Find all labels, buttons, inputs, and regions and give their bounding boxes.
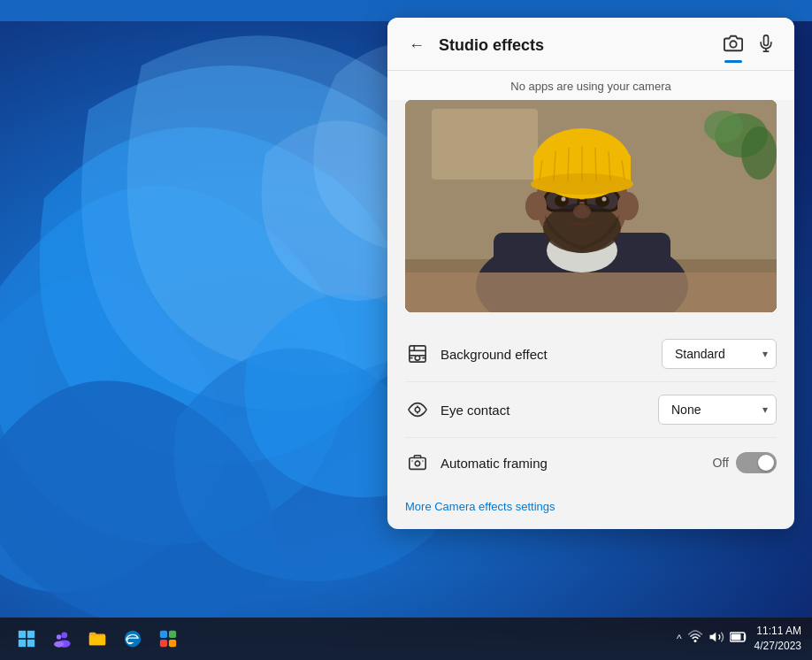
wifi-icon[interactable] [687,629,703,648]
background-effect-control: Standard Portrait Off ▾ [662,339,777,369]
eye-contact-control: None Standard Teleprompter ▾ [658,395,777,425]
system-clock[interactable]: 11:11 AM 4/27/2023 [755,624,801,654]
volume-icon[interactable] [709,629,724,648]
automatic-framing-off-label: Off [713,456,729,470]
automatic-framing-icon [405,450,430,475]
no-apps-message: No apps are using your camera [387,71,794,100]
svg-rect-57 [169,631,176,638]
wifi-status-icon [687,629,703,645]
automatic-framing-label: Automatic framing [440,456,713,471]
automatic-framing-toggle-wrapper: Off [713,452,777,473]
svg-point-1 [730,41,736,47]
eye-contact-icon [405,397,430,422]
automatic-framing-control: Off [713,452,777,473]
svg-point-39 [617,192,639,220]
camera-active-indicator [724,60,742,63]
svg-point-8 [704,111,743,142]
clock-time: 11:11 AM [755,624,801,639]
svg-point-38 [525,192,547,220]
svg-point-60 [693,640,696,642]
microphone-icon [757,34,775,53]
svg-point-52 [57,634,62,640]
background-effect-dropdown-wrapper: Standard Portrait Off ▾ [662,339,777,369]
microphone-icon-button[interactable] [755,32,777,59]
background-effect-icon [405,342,430,366]
start-button[interactable] [11,623,42,655]
teams-icon [52,629,72,648]
panel-title: Studio effects [439,36,711,55]
svg-point-27 [573,204,591,219]
camera-icon [724,34,743,53]
taskbar-files-icon[interactable] [81,623,113,655]
taskbar: ^ [0,618,812,660]
taskbar-right: ^ [677,624,801,654]
volume-status-icon [709,629,724,645]
camera-preview [405,100,777,312]
automatic-framing-row: Automatic framing Off [405,438,777,487]
svg-point-26 [602,197,607,202]
svg-rect-58 [160,640,167,647]
svg-rect-59 [169,640,176,647]
svg-point-42 [415,356,420,361]
automatic-framing-toggle[interactable] [736,452,777,473]
file-explorer-icon [88,629,107,648]
svg-rect-49 [27,640,34,647]
header-icons [722,32,777,59]
svg-rect-54 [89,635,105,645]
back-button[interactable]: ← [405,33,428,58]
svg-rect-63 [731,634,740,641]
background-effect-row: Background effect Standard Portrait Off … [405,326,777,382]
svg-point-25 [562,197,566,202]
svg-point-45 [415,461,420,466]
background-effect-label: Background effect [440,347,662,362]
show-hidden-icons-button[interactable]: ^ [677,633,682,645]
edge-icon [123,629,142,648]
svg-rect-40 [405,272,777,312]
svg-point-53 [54,641,64,648]
svg-marker-61 [709,633,716,642]
svg-rect-56 [160,631,167,638]
windows-logo-icon [18,630,35,648]
svg-rect-41 [410,346,425,362]
eye-contact-dropdown[interactable]: None Standard Teleprompter [658,395,777,425]
background-effect-dropdown[interactable]: Standard Portrait Off [662,339,777,369]
svg-rect-9 [432,109,538,180]
svg-line-33 [568,148,569,181]
camera-preview-image [405,100,777,312]
toggle-thumb [758,455,774,471]
taskbar-edge-icon[interactable] [117,623,149,655]
battery-status-icon [730,631,747,643]
svg-point-7 [741,127,777,180]
camera-icon-button[interactable] [722,32,745,59]
svg-point-43 [415,407,420,412]
svg-point-50 [61,632,67,638]
more-camera-settings-link[interactable]: More Camera effects settings [387,487,794,529]
svg-rect-44 [410,458,425,470]
clock-date: 4/27/2023 [755,639,801,654]
panel-header: ← Studio effects [387,18,794,71]
svg-rect-47 [27,631,34,638]
settings-area: Background effect Standard Portrait Off … [387,326,794,487]
system-tray: ^ [677,629,747,648]
svg-rect-48 [19,640,26,647]
taskbar-left [11,623,184,655]
svg-rect-46 [19,631,26,638]
eye-contact-row: Eye contact None Standard Teleprompter ▾ [405,382,777,438]
eye-contact-label: Eye contact [440,403,658,418]
svg-line-35 [595,148,596,181]
store-icon [158,629,178,648]
taskbar-teams-icon[interactable] [46,623,78,655]
studio-effects-panel: ← Studio effects No apps are using you [387,18,794,529]
battery-icon[interactable] [730,631,747,647]
taskbar-store-icon[interactable] [152,623,184,655]
camera-feed [405,100,777,312]
eye-contact-dropdown-wrapper: None Standard Teleprompter ▾ [658,395,777,425]
